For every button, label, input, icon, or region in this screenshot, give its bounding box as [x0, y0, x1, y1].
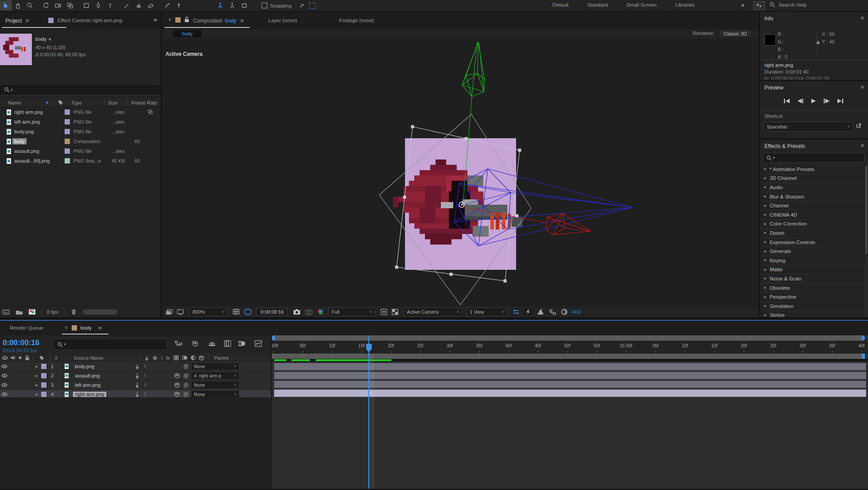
playhead-handle[interactable] — [366, 343, 372, 353]
layer-duration-bar[interactable] — [274, 372, 866, 379]
source-name-column[interactable]: Source Name — [73, 355, 139, 361]
expander-icon[interactable]: ► — [764, 313, 767, 317]
composition-tab-name[interactable]: body — [225, 18, 236, 24]
parent-dropdown[interactable]: 4. right arm.p˅ — [191, 372, 239, 380]
label-color-chip[interactable] — [65, 158, 70, 163]
composition-tab-label[interactable]: Composition — [193, 18, 223, 24]
column-frame-rate[interactable]: Frame Rate — [131, 100, 157, 105]
label-column-icon[interactable] — [39, 355, 45, 361]
clone-stamp-tool[interactable] — [133, 0, 145, 11]
layer-row[interactable]: ► 3 left arm.png \ @ None˅ — [0, 381, 271, 390]
adjustment-column-icon[interactable] — [191, 355, 196, 360]
lock-icon[interactable] — [184, 16, 189, 23]
timeline-search[interactable]: ▾ — [53, 338, 167, 350]
project-item-row[interactable]: assault.png PNG file ...ytes — [0, 146, 161, 156]
frame-blending-icon[interactable] — [224, 340, 231, 347]
effects-category-row[interactable]: ►Matte — [760, 265, 865, 275]
playhead-line[interactable] — [368, 335, 369, 490]
region-of-interest-icon[interactable] — [244, 309, 251, 315]
expander-icon[interactable]: ► — [764, 213, 767, 217]
expander-icon[interactable]: ► — [764, 222, 767, 226]
project-item-name[interactable]: body.png — [12, 128, 35, 135]
scene-3d[interactable] — [162, 39, 759, 306]
effects-category-row[interactable]: ►Perspective — [760, 292, 865, 302]
first-frame-button[interactable] — [781, 97, 793, 105]
quality-switch[interactable]: \ — [141, 382, 149, 388]
shy-switch[interactable] — [133, 392, 141, 397]
audio-column-icon[interactable] — [10, 355, 15, 360]
layer-tab[interactable]: Layer (none) — [268, 18, 297, 23]
sort-arrow-icon[interactable]: ▼ — [45, 101, 49, 105]
render-queue-tab[interactable]: Render Queue — [10, 325, 43, 331]
effects-menu-icon[interactable]: ≡ — [860, 142, 864, 149]
grid-guides-icon[interactable]: ▾ — [233, 309, 240, 315]
shy-layers-icon[interactable] — [208, 341, 216, 346]
collapse-column-icon[interactable] — [152, 355, 158, 361]
project-item-name[interactable]: body — [12, 138, 27, 144]
selection-tool[interactable] — [0, 0, 12, 11]
project-tab[interactable]: Project — [5, 18, 22, 24]
workspace-item[interactable]: Default — [552, 2, 568, 8]
brush-tool[interactable] — [121, 0, 133, 11]
workspace-item[interactable]: Libraries — [675, 2, 695, 8]
effects-category-row[interactable]: ►Distort — [760, 229, 865, 238]
timeline-tab-menu-icon[interactable]: ≡ — [98, 325, 102, 331]
quality-switch[interactable]: \ — [141, 373, 149, 378]
current-time-field[interactable]: 0:00:00:16 — [257, 308, 288, 316]
navigator-start-handle[interactable] — [272, 335, 275, 341]
parent-pickwhip-icon[interactable]: @ — [181, 373, 191, 379]
horizontal-scrollbar[interactable] — [83, 309, 117, 315]
work-area-end-handle[interactable] — [862, 354, 865, 359]
effects-category-row[interactable]: ►3D Channel — [760, 174, 865, 183]
next-frame-button[interactable] — [821, 97, 833, 105]
footage-summary-name[interactable]: body — [35, 36, 46, 42]
parent-pickwhip-icon[interactable]: @ — [181, 382, 191, 388]
magnification-dropdown[interactable]: 800%˅ — [189, 307, 228, 316]
delete-icon[interactable] — [71, 309, 77, 315]
expander-icon[interactable]: ► — [764, 276, 767, 280]
workspace-overflow-icon[interactable]: » — [741, 1, 745, 8]
shy-switch[interactable] — [133, 382, 141, 388]
effects-category-row[interactable]: ►Obsolete — [760, 284, 865, 293]
layer-name[interactable]: right arm.png — [73, 392, 133, 397]
workspace-item[interactable]: Standard — [587, 2, 608, 8]
layer-color-chip[interactable] — [41, 373, 46, 378]
effect-controls-tab[interactable]: Effect Controls right arm.png — [58, 18, 122, 23]
channel-icon[interactable]: ▾ — [317, 309, 324, 315]
effects-scrollbar[interactable] — [865, 165, 868, 317]
draft-3d-icon[interactable] — [191, 340, 199, 347]
expander-icon[interactable]: ► — [764, 185, 767, 189]
label-color-chip[interactable] — [65, 119, 70, 124]
shy-column-icon[interactable] — [144, 355, 150, 361]
local-axis-mode[interactable] — [214, 0, 226, 11]
play-button[interactable] — [808, 97, 819, 105]
effects-category-row[interactable]: ►Channel — [760, 201, 865, 210]
layer-track[interactable] — [272, 380, 868, 389]
3d-switch[interactable] — [173, 373, 181, 378]
quality-switch[interactable]: \ — [141, 392, 149, 397]
expander-icon[interactable]: ► — [764, 240, 767, 244]
current-time-display[interactable]: 0:00:00:16 — [3, 338, 39, 347]
comp-breadcrumb[interactable]: body — [173, 30, 201, 37]
rotate-tool[interactable] — [40, 0, 52, 11]
effects-category-row[interactable]: ►Keying — [760, 256, 865, 265]
histogram-icon[interactable] — [537, 309, 544, 315]
last-frame-button[interactable] — [834, 97, 846, 105]
work-area-bar[interactable] — [272, 354, 865, 359]
parent-pickwhip-icon[interactable]: @ — [181, 391, 191, 397]
snapshot-icon[interactable] — [293, 309, 301, 315]
expander-icon[interactable]: ► — [764, 258, 767, 262]
view-camera-dropdown[interactable]: Active Camera˅ — [404, 307, 462, 316]
resolution-dropdown[interactable]: Full˅ — [328, 307, 375, 316]
new-composition-icon[interactable] — [28, 309, 36, 315]
layer-track[interactable] — [272, 389, 868, 397]
project-search[interactable]: ▾ — [0, 84, 161, 95]
video-column-icon[interactable] — [2, 356, 8, 360]
text-tool[interactable]: T — [104, 0, 116, 11]
cube-column-icon[interactable] — [199, 355, 204, 361]
camera-tool[interactable] — [52, 0, 64, 11]
effects-title[interactable]: Effects & Presets — [764, 143, 805, 149]
effects-category-row[interactable]: ►CINEMA 4D — [760, 210, 865, 220]
effects-category-row[interactable]: ►Color Correction — [760, 220, 865, 229]
close-tab-icon[interactable]: × — [65, 325, 68, 331]
